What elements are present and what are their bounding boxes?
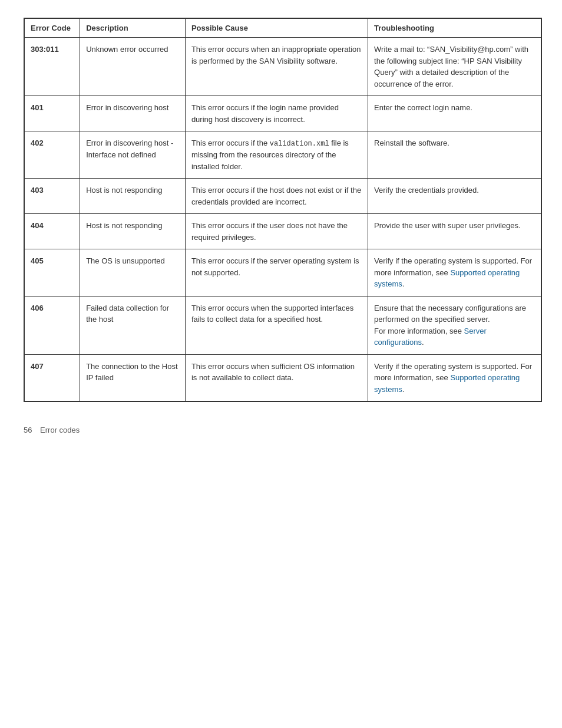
cell-code: 401 (24, 96, 80, 131)
cell-cause: This error occurs if the user does not h… (185, 214, 368, 249)
footer-page-number: 56 (24, 426, 32, 434)
cell-description: Unknown error occurred (80, 38, 186, 96)
table-row: 404Host is not respondingThis error occu… (24, 214, 541, 249)
troubleshooting-link[interactable]: Server configurations (374, 327, 487, 347)
cell-code: 303:011 (24, 38, 80, 96)
cell-cause: This error occurs when the supported int… (185, 296, 368, 354)
cell-description: Host is not responding (80, 214, 186, 249)
header-description: Description (80, 18, 186, 38)
cell-description: The connection to the Host IP failed (80, 354, 186, 401)
table-row: 401Error in discovering hostThis error o… (24, 96, 541, 131)
table-row: 407The connection to the Host IP failedT… (24, 354, 541, 401)
cell-cause: This error occurs if the server operatin… (185, 249, 368, 297)
cell-troubleshooting: Reinstall the software. (368, 131, 541, 179)
cell-cause: This error occurs if the validation.xml … (185, 131, 368, 179)
cell-description: Error in discovering host - Interface no… (80, 131, 186, 179)
error-table: Error Code Description Possible Cause Tr… (24, 18, 542, 402)
cell-code: 402 (24, 131, 80, 179)
cell-code: 407 (24, 354, 80, 401)
cell-troubleshooting: Write a mail to: “SAN_Visibility@hp.com”… (368, 38, 541, 96)
cell-description: Failed data collection for the host (80, 296, 186, 354)
cell-cause: This error occurs when an inappropriate … (185, 38, 368, 96)
cell-cause: This error occurs if the login name prov… (185, 96, 368, 131)
cell-description: Host is not responding (80, 179, 186, 214)
cell-code: 404 (24, 214, 80, 249)
troubleshooting-link[interactable]: Supported operating systems (374, 373, 520, 394)
table-row: 406Failed data collection for the hostTh… (24, 296, 541, 354)
table-row: 402Error in discovering host - Interface… (24, 131, 541, 179)
cell-troubleshooting: Enter the correct login name. (368, 96, 541, 131)
header-code: Error Code (24, 18, 80, 38)
footer-section: Error codes (40, 426, 80, 434)
cell-description: The OS is unsupported (80, 249, 186, 297)
cell-cause: This error occurs when sufficient OS inf… (185, 354, 368, 401)
cell-code: 405 (24, 249, 80, 297)
table-row: 303:011Unknown error occurredThis error … (24, 38, 541, 96)
cell-troubleshooting: Verify if the operating system is suppor… (368, 249, 541, 297)
troubleshooting-link[interactable]: Supported operating systems (374, 268, 520, 289)
cell-troubleshooting: Provide the user with super user privile… (368, 214, 541, 249)
cell-code: 403 (24, 179, 80, 214)
cell-troubleshooting: Verify the credentials provided. (368, 179, 541, 214)
page-container: Error Code Description Possible Cause Tr… (24, 18, 542, 434)
header-cause: Possible Cause (185, 18, 368, 38)
cell-code: 406 (24, 296, 80, 354)
table-row: 405The OS is unsupportedThis error occur… (24, 249, 541, 297)
table-row: 403Host is not respondingThis error occu… (24, 179, 541, 214)
cell-troubleshooting: Verify if the operating system is suppor… (368, 354, 541, 401)
cell-description: Error in discovering host (80, 96, 186, 131)
header-troubleshooting: Troubleshooting (368, 18, 541, 38)
cell-cause: This error occurs if the host does not e… (185, 179, 368, 214)
cell-troubleshooting: Ensure that the necessary configurations… (368, 296, 541, 354)
footer: 56 Error codes (24, 426, 542, 434)
